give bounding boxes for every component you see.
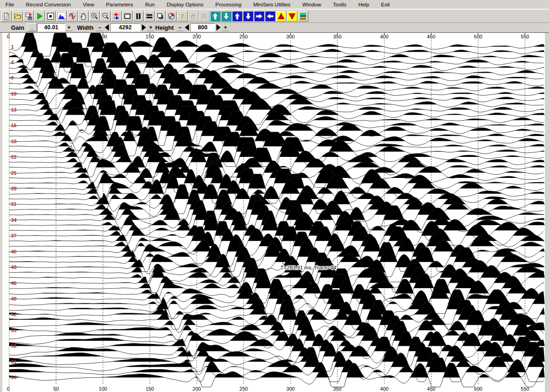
height-value[interactable]: 800 [190, 23, 215, 32]
svg-text:28: 28 [11, 186, 16, 191]
menu-file[interactable]: File [2, 1, 18, 8]
menu-toolls[interactable]: Toolls [329, 1, 350, 8]
reverse-traces-button[interactable] [111, 11, 122, 21]
zoom-out-icon [102, 12, 109, 20]
menu-help[interactable]: Help [355, 1, 373, 8]
open-file-icon [14, 12, 22, 20]
zoom-in-button[interactable] [89, 11, 100, 21]
svg-text:46: 46 [11, 280, 16, 286]
svg-text:37: 37 [11, 233, 16, 238]
right-triangle-icon [216, 24, 221, 31]
svg-text:450: 450 [427, 34, 435, 39]
svg-text:150: 150 [145, 34, 154, 39]
svg-text:0: 0 [7, 34, 10, 39]
left-triangle-icon [185, 24, 189, 31]
svg-text:100: 100 [99, 386, 107, 392]
svg-text:250: 250 [239, 34, 248, 39]
menu-record-conversion[interactable]: Record Conversion [22, 1, 75, 8]
svg-text:200: 200 [193, 386, 201, 392]
gain-minus-button[interactable]: _ [27, 23, 37, 32]
pan-button[interactable] [78, 11, 89, 21]
cursor-readout-annotation: T=283.91 ms, Trace=44 [280, 265, 337, 270]
right-triangle-icon [142, 24, 146, 31]
gain-label: Gain [11, 24, 24, 31]
svg-text:50: 50 [53, 386, 59, 392]
width-spin-left-button[interactable] [103, 23, 110, 32]
svg-text:31: 31 [11, 201, 16, 207]
new-file-icon [3, 12, 11, 20]
menu-view[interactable]: View [79, 1, 98, 8]
svg-text:52: 52 [11, 311, 16, 317]
save-file-button[interactable] [23, 11, 34, 21]
save-file-icon [25, 12, 32, 20]
height-minus-button[interactable]: – [177, 24, 183, 31]
gain-down-button[interactable] [287, 11, 297, 21]
svg-text:250: 250 [239, 386, 248, 392]
menu-exit[interactable]: Exit [377, 1, 393, 8]
gain-value[interactable]: 40.01 [37, 23, 65, 32]
scroll-down-button[interactable] [243, 11, 253, 21]
arrow-right-icon [255, 12, 263, 20]
svg-text:19: 19 [11, 139, 16, 144]
vertical-bars-icon [135, 12, 142, 20]
wiggle-trace-button[interactable] [67, 11, 78, 21]
open-file-button[interactable] [12, 11, 23, 21]
width-value[interactable]: 4292 [110, 23, 140, 32]
menu-processing[interactable]: Processing [212, 1, 245, 8]
arrow-down-icon [244, 12, 252, 20]
menu-parameters[interactable]: Parameters [102, 1, 137, 8]
scroll-left-button[interactable] [265, 11, 275, 21]
box-display-button[interactable] [122, 11, 133, 21]
svg-text:7: 7 [11, 75, 14, 81]
color-scale-button[interactable] [298, 11, 308, 21]
svg-text:150: 150 [145, 386, 154, 392]
zoom-out-button[interactable] [100, 11, 111, 21]
color-disc-button[interactable] [166, 11, 177, 21]
page-down-button[interactable] [221, 11, 231, 21]
red-triangle-up-icon [277, 12, 285, 20]
width-label: Width [77, 24, 94, 31]
control-bar: Gain _ 40.01 + Width – 4292 + Height – 8… [0, 23, 549, 32]
width-plus-button[interactable]: + [147, 24, 155, 31]
vertical-bars-button[interactable] [133, 11, 144, 21]
seismic-plot-area[interactable]: 0050501001001501502002002502503003003503… [0, 32, 549, 392]
left-triangle-icon [105, 24, 109, 31]
gain-up-button[interactable] [276, 11, 286, 21]
page-up-button[interactable] [210, 11, 221, 21]
gray-plot-icon [189, 12, 197, 20]
svg-text:500: 500 [474, 386, 482, 392]
scroll-right-button[interactable] [254, 11, 264, 21]
width-minus-button[interactable]: – [96, 24, 103, 31]
toolbar: ? [0, 9, 549, 23]
gray-clip-icon [200, 12, 208, 20]
svg-text:40: 40 [11, 249, 16, 254]
svg-text:550: 550 [521, 34, 529, 39]
arrow-down-icon [222, 12, 230, 20]
svg-text:500: 500 [474, 34, 482, 39]
amplitude-peak-icon [58, 12, 65, 20]
amplitude-display-button[interactable] [56, 11, 67, 21]
svg-text:58: 58 [11, 343, 16, 349]
width-spin-right-button[interactable] [140, 23, 147, 32]
menu-miniseis-utilites[interactable]: MiniSeis Utilites [250, 1, 294, 8]
disabled-tool-button-2 [199, 11, 210, 21]
help-button[interactable]: ? [177, 11, 188, 21]
stop-button[interactable] [45, 11, 56, 21]
overlay-windows-button[interactable] [155, 11, 166, 21]
arrow-left-icon [266, 12, 274, 20]
scroll-up-button[interactable] [232, 11, 242, 21]
svg-text:34: 34 [11, 217, 17, 223]
menu-display-options[interactable]: Display Options [163, 1, 207, 8]
new-file-button[interactable] [1, 11, 12, 21]
svg-text:400: 400 [380, 34, 388, 39]
horizontal-bars-button[interactable] [144, 11, 155, 21]
menu-run[interactable]: Run [141, 1, 158, 8]
svg-text:10: 10 [11, 91, 16, 97]
height-plus-button[interactable]: + [222, 24, 229, 31]
gain-plus-button[interactable]: + [65, 24, 73, 31]
height-spin-left-button[interactable] [183, 23, 190, 32]
stop-square-icon [47, 12, 54, 20]
run-button[interactable] [34, 11, 45, 21]
menu-window[interactable]: Window [299, 1, 325, 8]
height-spin-right-button[interactable] [215, 23, 222, 32]
